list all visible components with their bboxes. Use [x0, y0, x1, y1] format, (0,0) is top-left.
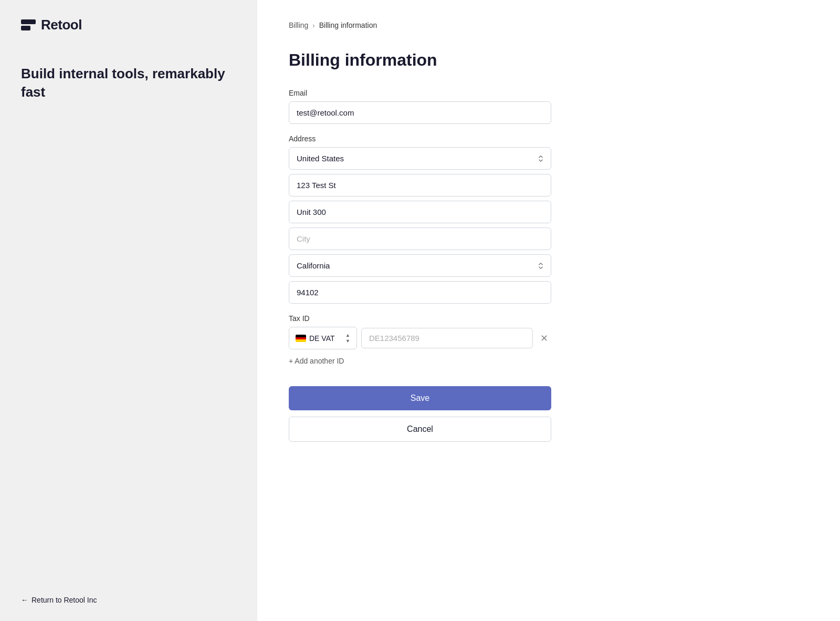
main-content: Billing › Billing information Billing in… [257, 0, 840, 621]
address-label: Address [289, 134, 551, 143]
logo-icon-top [21, 19, 36, 24]
country-select[interactable]: United States United Kingdom Germany Fra… [289, 147, 551, 170]
city-input[interactable] [289, 227, 551, 250]
remove-tax-id-button[interactable]: ✕ [537, 330, 551, 346]
email-label: Email [289, 89, 551, 97]
button-group: Save Cancel [289, 386, 551, 442]
breadcrumb-current: Billing information [319, 21, 377, 29]
return-link-label: Return to Retool Inc [32, 596, 97, 604]
tax-id-input[interactable] [361, 328, 533, 348]
breadcrumb-billing-link[interactable]: Billing [289, 21, 308, 29]
tax-type-inner: DE VAT [296, 334, 340, 343]
zip-input[interactable] [289, 281, 551, 304]
logo-icon-bottom [21, 26, 30, 30]
tax-type-select[interactable]: DE VAT ▲ ▼ [289, 327, 357, 349]
address-fields: United States United Kingdom Germany Fra… [289, 147, 551, 304]
cancel-button[interactable]: Cancel [289, 417, 551, 442]
arrow-left-icon: ← [21, 596, 28, 604]
billing-form: Email Address United States United Kingd… [289, 89, 551, 442]
tax-id-group: Tax ID DE VAT ▲ ▼ ✕ [289, 314, 551, 367]
email-field[interactable] [289, 101, 551, 124]
tax-type-arrows-icon: ▲ ▼ [345, 333, 350, 344]
tax-id-label: Tax ID [289, 314, 551, 323]
sidebar-tagline: Build internal tools, remarkably fast [21, 65, 236, 101]
logo-text: Retool [41, 17, 82, 33]
tax-type-label: DE VAT [309, 334, 335, 343]
flag-de-icon [296, 335, 306, 342]
close-icon: ✕ [540, 333, 548, 344]
breadcrumb: Billing › Billing information [289, 21, 808, 29]
add-another-id-label: + Add another ID [289, 357, 344, 365]
street-line2-input[interactable] [289, 201, 551, 223]
save-button[interactable]: Save [289, 386, 551, 410]
breadcrumb-separator: › [312, 22, 314, 29]
logo: Retool [21, 17, 236, 33]
retool-logo-icon [21, 19, 36, 30]
return-to-retool-link[interactable]: ← Return to Retool Inc [21, 596, 236, 604]
tax-id-row: DE VAT ▲ ▼ ✕ [289, 327, 551, 349]
page-title: Billing information [289, 50, 808, 70]
add-another-id-link[interactable]: + Add another ID [289, 355, 551, 367]
state-select[interactable]: California New York Texas Florida Illino… [289, 254, 551, 277]
address-group: Address United States United Kingdom Ger… [289, 134, 551, 304]
sidebar: Retool Build internal tools, remarkably … [0, 0, 257, 621]
email-group: Email [289, 89, 551, 124]
street-line1-input[interactable] [289, 174, 551, 196]
